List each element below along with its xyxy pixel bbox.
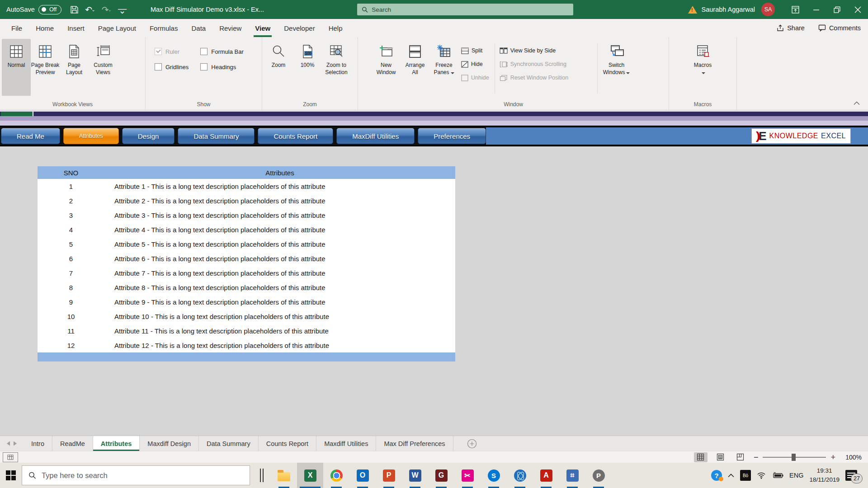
cell-attribute-text[interactable]: Attribute 10 - This is a long text descr…	[104, 313, 455, 320]
snip-sketch-icon[interactable]: ✂	[454, 463, 481, 488]
view-side-by-side-button[interactable]: View Side by Side	[500, 45, 592, 56]
cell-attribute-text[interactable]: Attribute 7 - This is a long text descri…	[104, 269, 455, 277]
cell-sno[interactable]: 10	[38, 313, 104, 320]
page-layout-view-button[interactable]: PageLayout	[60, 39, 89, 96]
table-row[interactable]: 6 Attribute 6 - This is a long text desc…	[38, 251, 455, 266]
ribbon-display-options-button[interactable]	[785, 0, 806, 19]
cell-attribute-text[interactable]: Attribute 12 - This is a long text descr…	[104, 342, 455, 349]
redo-dropdown-icon[interactable]: ⌄	[108, 7, 112, 12]
hide-button[interactable]: Hide	[461, 59, 489, 70]
cell-attribute-text[interactable]: Attribute 9 - This is a long text descri…	[104, 298, 455, 306]
cell-sno[interactable]: 7	[38, 269, 104, 277]
zoom-level[interactable]: 100%	[842, 454, 862, 461]
undo-dropdown-icon[interactable]: ⌄	[91, 7, 95, 12]
cell-attribute-text[interactable]: Attribute 8 - This is a long text descri…	[104, 284, 455, 291]
split-button[interactable]: Split	[461, 45, 489, 56]
hidden-icons-chevron[interactable]	[728, 474, 734, 478]
table-row[interactable]: 11 Attribute 11 - This is a long text de…	[38, 324, 455, 338]
sheet-nav-left-button[interactable]	[6, 441, 10, 446]
arrange-all-button[interactable]: ArrangeAll	[401, 39, 429, 96]
cell-attribute-text[interactable]: Attribute 1 - This is a long text descri…	[104, 183, 455, 190]
battery-icon[interactable]	[772, 472, 783, 479]
macro-record-button[interactable]	[3, 452, 18, 462]
collapse-ribbon-button[interactable]	[854, 99, 860, 107]
ribbon-tab[interactable]: Developer	[277, 19, 321, 37]
customize-quick-access-icon[interactable]: —⌄	[116, 3, 129, 16]
cell-sno[interactable]: 5	[38, 240, 104, 248]
table-row[interactable]: 2 Attribute 2 - This is a long text desc…	[38, 193, 455, 208]
column-header-sno[interactable]: SNO	[38, 169, 104, 177]
cell-sno[interactable]: 8	[38, 284, 104, 291]
avatar[interactable]: SA	[761, 3, 775, 16]
wifi-icon[interactable]	[757, 472, 766, 479]
cell-sno[interactable]: 1	[38, 183, 104, 190]
sheet-tab[interactable]: Data Summary	[199, 436, 259, 451]
zoom-slider[interactable]	[763, 457, 826, 458]
close-button[interactable]	[847, 0, 868, 19]
sheet-tab[interactable]: Intro	[24, 436, 52, 451]
normal-view-button[interactable]: Normal	[2, 39, 31, 96]
atom-app-icon[interactable]	[507, 463, 533, 488]
zoom-out-button[interactable]: −	[754, 453, 759, 461]
cell-sno[interactable]: 6	[38, 255, 104, 263]
table-header-row[interactable]: SNO Attributes	[38, 166, 455, 179]
language-indicator[interactable]: ENG	[789, 472, 803, 479]
zoom-button[interactable]: Zoom	[264, 39, 293, 96]
sheet-tab[interactable]: ReadMe	[52, 436, 93, 451]
save-button[interactable]	[68, 3, 81, 16]
cell-sno[interactable]: 2	[38, 197, 104, 205]
warning-icon[interactable]	[688, 6, 697, 14]
skype-icon[interactable]: S	[481, 463, 507, 488]
autosave-switch[interactable]: Off	[38, 5, 61, 14]
table-row[interactable]: 9 Attribute 9 - This is a long text desc…	[38, 295, 455, 309]
sheet-tab[interactable]: Attributes	[93, 436, 140, 451]
status-page-layout-button[interactable]	[714, 452, 727, 462]
action-center-button[interactable]: 27	[845, 470, 857, 481]
taskbar-search-input[interactable]	[42, 471, 243, 480]
redo-button[interactable]: ↷⌄	[99, 3, 114, 16]
page-break-preview-button[interactable]: Page BreakPreview	[31, 39, 60, 96]
table-row[interactable]: 4 Attribute 4 - This is a long text desc…	[38, 222, 455, 237]
powerpoint-icon[interactable]: P	[376, 463, 402, 488]
file-explorer-icon[interactable]	[271, 463, 297, 488]
restore-button[interactable]	[826, 0, 847, 19]
sheet-tab[interactable]: Counts Report	[259, 436, 317, 451]
comments-button[interactable]: Comments	[818, 24, 861, 32]
ribbon-tab[interactable]: Page Layout	[91, 19, 143, 37]
taskbar-search-box[interactable]	[22, 465, 250, 485]
status-page-break-preview-button[interactable]	[734, 452, 747, 462]
cell-sno[interactable]: 9	[38, 298, 104, 306]
cell-attribute-text[interactable]: Attribute 11 - This is a long text descr…	[104, 327, 455, 335]
reset-window-position-button[interactable]: Reset Window Position	[500, 72, 592, 83]
new-window-button[interactable]: NewWindow	[372, 39, 401, 96]
start-button[interactable]	[0, 463, 22, 488]
switch-windows-button[interactable]: SwitchWindows	[599, 39, 634, 96]
unhide-button[interactable]: Unhide	[461, 72, 489, 83]
zoom-100-button[interactable]: 100 100%	[293, 39, 322, 96]
cell-attribute-text[interactable]: Attribute 3 - This is a long text descri…	[104, 211, 455, 219]
ribbon-tab[interactable]: Home	[29, 19, 61, 37]
ruler-checkbox[interactable]: Ruler	[155, 48, 189, 55]
gridlines-checkbox[interactable]: Gridlines	[155, 63, 189, 70]
zoom-in-button[interactable]: +	[830, 453, 835, 461]
table-row[interactable]: 8 Attribute 8 - This is a long text desc…	[38, 280, 455, 295]
ribbon-tab[interactable]: View	[248, 19, 277, 37]
ribbon-tab[interactable]: Insert	[61, 19, 91, 37]
macros-button[interactable]: Macros	[689, 39, 717, 96]
minimize-button[interactable]	[806, 0, 826, 19]
sheet-tab[interactable]: Maxdiff Design	[140, 436, 199, 451]
headings-checkbox[interactable]: Headings	[200, 63, 244, 70]
table-row[interactable]: 3 Attribute 3 - This is a long text desc…	[38, 208, 455, 222]
table-row[interactable]: 10 Attribute 10 - This is a long text de…	[38, 309, 455, 324]
sheet-nav-right-button[interactable]	[13, 441, 17, 446]
ribbon-tab[interactable]: Data	[184, 19, 212, 37]
search-box[interactable]	[357, 4, 573, 15]
worksheet-area[interactable]: SNO Attributes 1 Attribute 1 - This is a…	[0, 146, 868, 436]
undo-button[interactable]: ↶⌄	[83, 3, 97, 16]
sheet-tab[interactable]: Maxdiff Utilities	[316, 436, 376, 451]
cell-sno[interactable]: 11	[38, 327, 104, 335]
table-row[interactable]: 7 Attribute 7 - This is a long text desc…	[38, 266, 455, 280]
cell-attribute-text[interactable]: Attribute 2 - This is a long text descri…	[104, 197, 455, 205]
screenshot-app-icon[interactable]: ⌗	[559, 463, 585, 488]
chrome-icon[interactable]	[323, 463, 349, 488]
